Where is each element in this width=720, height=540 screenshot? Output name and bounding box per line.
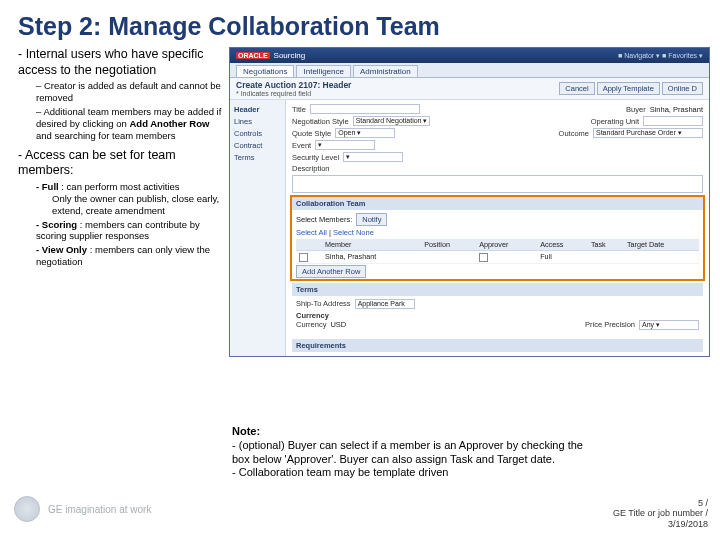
row-checkbox[interactable] <box>299 253 308 262</box>
access-full-detail: Only the owner can publish, close early,… <box>52 193 223 217</box>
point-internal-users: - Internal users who have specific acces… <box>18 47 223 78</box>
title-input[interactable] <box>310 104 420 114</box>
quote-style-label: Quote Style <box>292 129 331 138</box>
sub-creator-default: – Creator is added as default and cannot… <box>36 80 223 104</box>
col-approver: Approver <box>476 239 537 251</box>
tab-intelligence[interactable]: Intelligence <box>296 65 350 77</box>
buyer-label: Buyer <box>626 105 646 114</box>
sidenav-lines[interactable]: Lines <box>234 116 281 128</box>
screenshot-column: ORACLE Sourcing ■ Navigator ▾ ■ Favorite… <box>229 47 710 357</box>
access-full: - Full : can perform most activities <box>36 181 223 193</box>
access-full-text: : can perform most activities <box>59 181 180 192</box>
row-approver-checkbox[interactable] <box>479 253 488 262</box>
notify-button[interactable]: Notify <box>356 213 387 226</box>
price-precision-select[interactable]: Any ▾ <box>639 320 699 330</box>
col-task: Task <box>588 239 624 251</box>
page-number: 5 / <box>613 498 708 509</box>
oracle-product: Sourcing <box>274 51 306 60</box>
select-all-link[interactable]: Select All <box>296 228 327 237</box>
explainer-column: - Internal users who have specific acces… <box>18 47 223 357</box>
row-target-date[interactable] <box>624 251 699 264</box>
collab-header-row: Member Position Approver Access Task Tar… <box>296 239 699 251</box>
breadcrumb: Create Auction 2107: Header <box>236 80 351 90</box>
col-position: Position <box>421 239 476 251</box>
col-select <box>296 239 322 251</box>
security-select[interactable]: ▾ <box>343 152 403 162</box>
footer: GE imagination at work <box>14 496 151 522</box>
sidenav-contract-terms[interactable]: Contract Terms <box>234 140 281 164</box>
oracle-header-links[interactable]: ■ Navigator ▾ ■ Favorites ▾ <box>618 52 703 60</box>
shipto-input[interactable]: Appliance Park <box>355 299 415 309</box>
oracle-sidenav: Header Lines Controls Contract Terms <box>230 100 286 356</box>
price-precision-label: Price Precision <box>585 320 635 329</box>
content-row: - Internal users who have specific acces… <box>0 47 720 357</box>
sidenav-controls[interactable]: Controls <box>234 128 281 140</box>
note-block: Note: - (optional) Buyer can select if a… <box>232 425 602 480</box>
oracle-logo: ORACLE Sourcing <box>236 51 305 60</box>
note-line-2: - Collaboration team may be template dri… <box>232 466 602 480</box>
description-label: Description <box>292 164 330 173</box>
slide-title: Step 2: Manage Collaboration Team <box>0 0 720 47</box>
title-label: Title <box>292 105 306 114</box>
access-viewonly: - View Only : members can only view the … <box>36 244 223 268</box>
table-row: Sinha, Prashant Full <box>296 251 699 264</box>
oracle-subhead: Create Auction 2107: Header * Indicates … <box>230 78 709 100</box>
note-line-1: - (optional) Buyer can select if a membe… <box>232 439 602 467</box>
cancel-button[interactable]: Cancel <box>559 82 594 95</box>
outcome-select[interactable]: Standard Purchase Order ▾ <box>593 128 703 138</box>
page-footer: 5 / GE Title or job number / 3/19/2018 <box>613 498 708 530</box>
col-access: Access <box>537 239 588 251</box>
event-select[interactable]: ▾ <box>315 140 375 150</box>
ou-label: Operating Unit <box>591 117 639 126</box>
oracle-header: ORACLE Sourcing ■ Navigator ▾ ■ Favorite… <box>230 48 709 63</box>
row-member: Sinha, Prashant <box>322 251 421 264</box>
ou-input[interactable] <box>643 116 703 126</box>
neg-style-select[interactable]: Standard Negotiation ▾ <box>353 116 431 126</box>
terms-bar: Terms <box>292 283 703 296</box>
quote-style-select[interactable]: Open ▾ <box>335 128 395 138</box>
description-textarea[interactable] <box>292 175 703 193</box>
oracle-tabs: Negotiations Intelligence Administration <box>230 63 709 78</box>
online-button[interactable]: Online D <box>662 82 703 95</box>
shipto-label: Ship-To Address <box>296 299 351 308</box>
tab-administration[interactable]: Administration <box>353 65 418 77</box>
row-task[interactable] <box>588 251 624 264</box>
sidenav-header[interactable]: Header <box>234 104 281 116</box>
point-access-set: - Access can be set for team members: <box>18 148 223 179</box>
collab-table: Member Position Approver Access Task Tar… <box>296 239 699 264</box>
currency-heading: Currency <box>296 311 329 320</box>
terms-body: Ship-To AddressAppliance Park Currency C… <box>292 296 703 335</box>
add-another-row-term: Add Another Row <box>129 118 209 129</box>
oracle-main: Title BuyerSinha, Prashant Negotiation S… <box>286 100 709 356</box>
collab-highlight: Collaboration Team Select Members: Notif… <box>292 197 703 279</box>
neg-style-label: Negotiation Style <box>292 117 349 126</box>
oracle-app: ORACLE Sourcing ■ Navigator ▾ ■ Favorite… <box>229 47 710 357</box>
select-none-link[interactable]: Select None <box>333 228 374 237</box>
header-buttons: Cancel Apply Template Online D <box>559 82 703 95</box>
access-scoring: - Scoring : members can contribute by sc… <box>36 219 223 243</box>
sub-add-members-c: and searching for team members <box>36 130 175 141</box>
footer-date: 3/19/2018 <box>613 519 708 530</box>
note-heading: Note: <box>232 425 260 437</box>
currency-label: Currency <box>296 320 326 329</box>
requirements-bar: Requirements <box>292 339 703 352</box>
col-member: Member <box>322 239 421 251</box>
footer-tagline: GE imagination at work <box>48 504 151 515</box>
tab-negotiations[interactable]: Negotiations <box>236 65 294 77</box>
col-target-date: Target Date <box>624 239 699 251</box>
event-label: Event <box>292 141 311 150</box>
security-label: Security Level <box>292 153 339 162</box>
currency-value: USD <box>330 320 346 329</box>
collab-body: Select Members: Notify Select All | Sele… <box>292 210 703 279</box>
row-access: Full <box>537 251 588 264</box>
access-full-label: - Full <box>36 181 59 192</box>
outcome-label: Outcome <box>559 129 589 138</box>
required-hint: * Indicates required field <box>236 90 351 97</box>
sub-add-members: – Additional team members may be added i… <box>36 106 223 142</box>
apply-template-button[interactable]: Apply Template <box>597 82 660 95</box>
buyer-value: Sinha, Prashant <box>650 105 703 114</box>
add-another-row-button[interactable]: Add Another Row <box>296 265 366 278</box>
ge-logo-icon <box>14 496 40 522</box>
access-scoring-label: - Scoring <box>36 219 77 230</box>
oracle-body: Header Lines Controls Contract Terms Tit… <box>230 100 709 356</box>
